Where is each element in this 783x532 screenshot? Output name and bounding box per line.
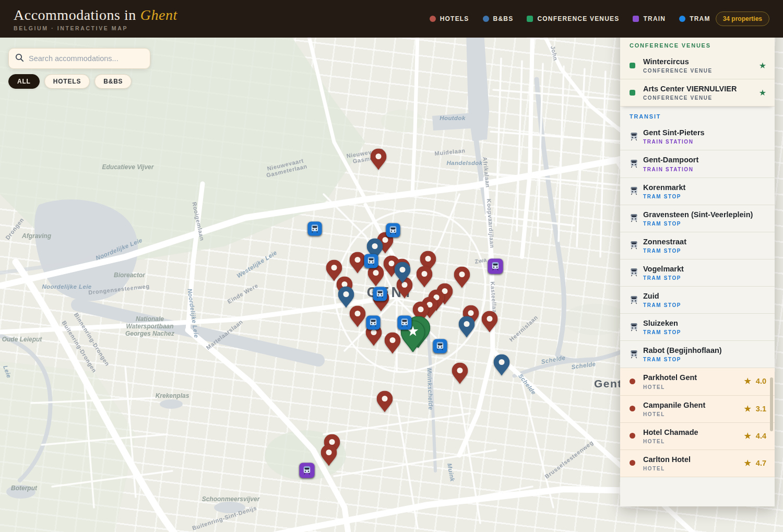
- legend-item-train: TRAIN: [633, 15, 666, 22]
- legend-circle-swatch: [679, 16, 685, 22]
- list-item-rabot-begijnhoflaan[interactable]: Rabot (Begijnhoflaan)TRAM STOP: [620, 341, 775, 368]
- item-subtitle: TRAIN STATION: [643, 167, 698, 172]
- legend-label: CONFERENCE VENUES: [537, 15, 619, 22]
- map-marker-tram-stop[interactable]: [386, 223, 400, 238]
- item-name: Carlton Hotel: [643, 455, 691, 464]
- item-name: Zuid: [643, 291, 681, 301]
- item-subtitle: CONFERENCE VENUE: [643, 95, 737, 101]
- map-marker-tram-stop[interactable]: [373, 287, 387, 301]
- map-marker-train-station[interactable]: [488, 259, 503, 274]
- list-item-hotel-chamade[interactable]: Hotel ChamadeHOTEL★4.4: [620, 423, 775, 450]
- list-item-zonnestraat[interactable]: ZonnestraatTRAM STOP: [620, 232, 775, 259]
- map-marker-tram-stop[interactable]: [366, 316, 381, 330]
- train-icon: [630, 323, 643, 332]
- filter-chip-b-bs[interactable]: B&BS: [94, 74, 132, 89]
- map-marker-hotel-pin[interactable]: [350, 252, 366, 276]
- map-marker-hotel-pin[interactable]: [385, 333, 401, 356]
- filter-chip-all[interactable]: ALL: [8, 74, 40, 89]
- title-block: Accommodations inGhent BELGIUM · INTERAC…: [14, 7, 177, 31]
- list-item-campanile-ghent[interactable]: Campanile GhentHOTEL★3.1: [620, 396, 775, 423]
- item-subtitle: HOTEL: [643, 466, 691, 471]
- map-marker-hotel-pin[interactable]: [454, 267, 470, 290]
- item-subtitle: TRAM STOP: [643, 248, 686, 254]
- page-title-prefix: Accommodations in: [14, 7, 136, 23]
- map-marker-hotel-pin[interactable]: [482, 311, 498, 335]
- legend-square-swatch: [527, 16, 533, 22]
- list-item-arts-center-viernulvier[interactable]: Arts Center VIERNULVIERCONFERENCE VENUE★: [620, 79, 775, 107]
- properties-list: CONFERENCE VENUESWintercircusCONFERENCE …: [620, 36, 775, 477]
- item-subtitle: HOTEL: [643, 384, 697, 390]
- legend-label: B&BS: [493, 15, 514, 22]
- map-marker-bnb-pin[interactable]: [338, 287, 354, 310]
- search-input[interactable]: [29, 54, 144, 63]
- train-icon: [630, 159, 643, 168]
- map-marker-tram-stop[interactable]: [398, 316, 412, 330]
- item-name: Gent-Dampoort: [643, 155, 698, 164]
- legend-item-hotels: HOTELS: [430, 15, 469, 22]
- item-name: Sluizeken: [643, 318, 681, 328]
- item-name: Parkhotel Gent: [643, 373, 697, 382]
- map-marker-hotel-pin[interactable]: [377, 391, 393, 415]
- sidebar-scrollbar-thumb[interactable]: [770, 377, 773, 431]
- section-venues: CONFERENCE VENUESWintercircusCONFERENCE …: [620, 36, 775, 107]
- map-marker-hotel-pin[interactable]: [368, 265, 384, 289]
- search-icon: [15, 53, 24, 64]
- map-marker-tram-stop[interactable]: [364, 254, 378, 268]
- hotel-dot-icon: [630, 379, 643, 384]
- filter-chips: ALLHOTELSB&BS: [8, 74, 132, 89]
- item-name: Arts Center VIERNULVIER: [643, 84, 737, 93]
- filter-chip-hotels[interactable]: HOTELS: [44, 74, 90, 89]
- map-marker-hotel-pin[interactable]: [321, 445, 337, 468]
- properties-count-badge: 34 properties: [716, 11, 769, 26]
- section-hotels: Parkhotel GentHOTEL★4.0Campanile GhentHO…: [620, 368, 775, 477]
- item-subtitle: TRAM STOP: [643, 357, 722, 362]
- item-name: Campanile Ghent: [643, 400, 705, 410]
- list-item-wintercircus[interactable]: WintercircusCONFERENCE VENUE★: [620, 52, 775, 79]
- item-subtitle: TRAM STOP: [643, 194, 685, 199]
- map-marker-train-station[interactable]: [300, 463, 315, 478]
- list-item-gent-sint-pieters[interactable]: Gent Sint-PietersTRAIN STATION: [620, 123, 775, 150]
- item-subtitle: TRAM STOP: [643, 275, 684, 281]
- map-marker-hotel-pin[interactable]: [371, 149, 387, 172]
- train-icon: [630, 132, 643, 141]
- list-item-sluizeken[interactable]: SluizekenTRAM STOP: [620, 314, 775, 341]
- legend-label: TRAIN: [643, 15, 666, 22]
- hotel-dot-icon: [630, 433, 643, 439]
- list-item-vogelmarkt[interactable]: VogelmarktTRAM STOP: [620, 259, 775, 287]
- list-item-gravensteen-sint-veerleplein[interactable]: Gravensteen (Sint-Veerleplein)TRAM STOP: [620, 205, 775, 232]
- list-item-text: KorenmarktTRAM STOP: [643, 183, 685, 199]
- hotel-dot-icon: [630, 406, 643, 411]
- map-marker-bnb-pin[interactable]: [459, 316, 475, 340]
- legend-circle-swatch: [483, 16, 489, 22]
- list-item-text: SluizekenTRAM STOP: [643, 318, 681, 335]
- list-item-zuid[interactable]: ZuidTRAM STOP: [620, 287, 775, 314]
- legend-item-b-bs: B&BS: [483, 15, 514, 22]
- train-icon: [630, 268, 643, 277]
- list-item-korenmarkt[interactable]: KorenmarktTRAM STOP: [620, 178, 775, 205]
- list-item-text: WintercircusCONFERENCE VENUE: [643, 57, 713, 74]
- legend: HOTELSB&BSCONFERENCE VENUESTRAINTRAM: [430, 15, 710, 22]
- train-icon: [630, 350, 643, 359]
- map-marker-hotel-pin[interactable]: [417, 266, 433, 290]
- map-marker-bnb-pin[interactable]: [395, 262, 411, 286]
- venue-square-icon: [630, 63, 643, 68]
- item-subtitle: CONFERENCE VENUE: [643, 68, 713, 74]
- item-name: Gravensteen (Sint-Veerleplein): [643, 210, 753, 219]
- item-name: Wintercircus: [643, 57, 713, 66]
- list-item-carlton-hotel[interactable]: Carlton HotelHOTEL★4.7: [620, 450, 775, 477]
- map-marker-tram-stop[interactable]: [433, 339, 447, 353]
- item-subtitle: TRAM STOP: [643, 302, 681, 308]
- map-marker-bnb-pin[interactable]: [494, 354, 510, 378]
- train-icon: [630, 241, 643, 250]
- legend-item-conference-venues: CONFERENCE VENUES: [527, 15, 619, 22]
- list-item-text: VogelmarktTRAM STOP: [643, 264, 684, 281]
- item-subtitle: HOTEL: [643, 411, 705, 417]
- app-header: Accommodations inGhent BELGIUM · INTERAC…: [0, 0, 783, 38]
- list-item-gent-dampoort[interactable]: Gent-DampoortTRAIN STATION: [620, 150, 775, 178]
- item-name: Hotel Chamade: [643, 428, 698, 437]
- map-marker-tram-stop[interactable]: [308, 222, 322, 236]
- map-marker-hotel-pin[interactable]: [452, 363, 468, 386]
- item-subtitle: TRAM STOP: [643, 221, 753, 227]
- list-item-text: Parkhotel GentHOTEL: [643, 373, 697, 389]
- list-item-parkhotel-gent[interactable]: Parkhotel GentHOTEL★4.0: [620, 368, 775, 395]
